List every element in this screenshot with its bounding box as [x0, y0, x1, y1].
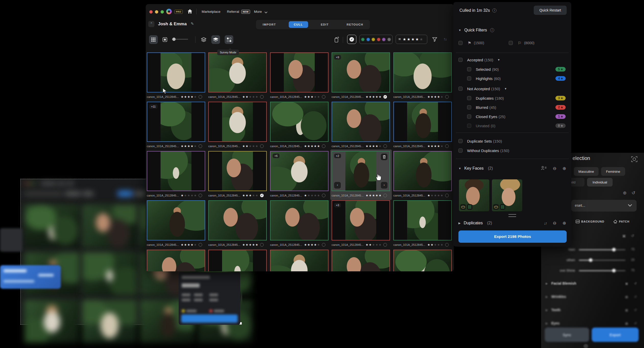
color-label-circle[interactable]	[260, 144, 264, 148]
rating-star[interactable]: ★	[242, 144, 245, 148]
zoom-in-icon[interactable]: ⊕	[563, 166, 566, 171]
color-label-circle[interactable]	[322, 243, 325, 247]
photo-thumbnail[interactable]	[393, 200, 452, 240]
photo-thumbnail[interactable]	[208, 52, 267, 92]
rating-star[interactable]: ★	[366, 194, 368, 197]
prev-arrow-button[interactable]: ‹	[334, 182, 341, 189]
rating-star[interactable]: ★	[255, 95, 258, 99]
photo-thumbnail[interactable]	[147, 200, 205, 240]
rating-star[interactable]: ★	[427, 144, 430, 148]
rating-star[interactable]: ★	[375, 243, 378, 247]
rating-star[interactable]: ★	[314, 243, 317, 247]
rating-star[interactable]: ★	[437, 194, 440, 197]
rating-star[interactable]: ★	[184, 243, 187, 247]
color-label-circle[interactable]	[322, 144, 325, 148]
filter-star[interactable]: ★	[407, 37, 410, 41]
color-label-circle[interactable]	[322, 95, 325, 99]
rating-star[interactable]: ★	[181, 144, 184, 148]
rating-star[interactable]: ★	[431, 144, 433, 148]
rating-star[interactable]: ★	[304, 194, 307, 197]
rating-star[interactable]: ★	[242, 243, 245, 247]
retouch-export-button[interactable]: Export	[592, 328, 639, 342]
quick-restart-button[interactable]: Quick Restart	[534, 6, 567, 15]
photo-cell[interactable]	[332, 250, 390, 271]
rating-star[interactable]: ★	[379, 243, 381, 247]
color-label-circle[interactable]	[260, 95, 264, 99]
photo-cell[interactable]: canon_101A_2512845...★★★★★	[270, 52, 329, 99]
photo-cell[interactable]: canon_101A_2512845...★★★★★	[270, 102, 329, 148]
slider-knob[interactable]	[612, 248, 616, 251]
rating-star[interactable]: ★	[440, 144, 443, 148]
checkbox[interactable]	[467, 105, 471, 109]
sync-button[interactable]: Sync	[545, 328, 589, 342]
rating-star[interactable]: ★	[311, 194, 313, 197]
checkbox[interactable]	[467, 76, 471, 80]
rating-star[interactable]: ★	[181, 194, 184, 197]
window-controls[interactable]	[149, 10, 164, 14]
checkbox[interactable]	[458, 148, 463, 153]
rating-star[interactable]: ★	[184, 194, 187, 197]
flag-unpicked-checkbox[interactable]	[509, 41, 513, 45]
photo-cell[interactable]: canon_101A_2512845...★★★★★	[393, 52, 452, 99]
color-label-circle[interactable]	[445, 95, 449, 99]
rating-star[interactable]: ★	[379, 194, 381, 197]
color-dot[interactable]	[366, 38, 370, 41]
rating-star[interactable]: ★	[249, 144, 252, 148]
filter-star[interactable]: ★	[420, 37, 423, 41]
rating-star[interactable]: ★	[311, 144, 313, 148]
color-label-circle[interactable]	[383, 144, 387, 148]
rating-star[interactable]: ★	[246, 194, 248, 197]
rating-star[interactable]: ★	[375, 95, 378, 99]
rating-star[interactable]: ★	[379, 144, 381, 148]
rating-star[interactable]: ★	[366, 95, 368, 99]
checkbox[interactable]	[458, 58, 463, 62]
rating-star[interactable]: ★	[252, 243, 255, 247]
rating-star[interactable]: ★	[191, 144, 193, 148]
photo-cell[interactable]: +3canon_101A_2512845...★★★★★	[332, 200, 390, 247]
rating-star[interactable]: ★	[437, 243, 440, 247]
rating-star[interactable]: ★	[372, 194, 375, 197]
zoom-out-icon[interactable]: ⊖	[553, 221, 556, 226]
checked-filter-button[interactable]: ✓	[347, 35, 356, 44]
export-photos-button[interactable]: Export 2198 Photos	[458, 230, 567, 243]
flatten-view-button[interactable]	[211, 35, 220, 44]
photo-cell[interactable]	[270, 250, 329, 271]
rating-star[interactable]: ★	[191, 194, 193, 197]
mask-icon[interactable]: ▣	[625, 282, 628, 285]
rating-star[interactable]: ★	[307, 194, 310, 197]
photo-cell[interactable]	[147, 250, 205, 271]
rating-star[interactable]: ★	[440, 194, 443, 197]
panel-drag-handle[interactable]	[508, 214, 516, 217]
slider-knob[interactable]	[612, 269, 616, 272]
rating-star[interactable]: ★	[369, 243, 372, 247]
photo-thumbnail[interactable]: +6	[270, 151, 329, 191]
rating-star[interactable]: ★	[242, 95, 245, 99]
feminine-button[interactable]: Feminine	[601, 167, 625, 176]
checkbox[interactable]	[458, 139, 463, 143]
rating-star[interactable]: ★	[187, 144, 190, 148]
selected-check-icon[interactable]: ✓	[260, 194, 264, 197]
filter-star[interactable]: ★	[411, 37, 415, 41]
key-face-thumb[interactable]	[492, 179, 522, 211]
photo-cell[interactable]: canon_101A_2512845...★★★★★	[393, 102, 452, 148]
rating-star[interactable]: ★	[304, 144, 307, 148]
slider-track[interactable]	[579, 260, 625, 261]
undo-icon[interactable]: ↺	[634, 308, 637, 312]
photo-thumbnail[interactable]	[208, 250, 267, 271]
photo-thumbnail[interactable]: +11	[147, 102, 205, 142]
rating-star[interactable]: ★	[437, 95, 440, 99]
rating-star[interactable]: ★	[194, 243, 197, 247]
rating-star[interactable]: ★	[314, 144, 317, 148]
rating-star[interactable]: ★	[181, 95, 184, 99]
rating-star[interactable]: ★	[434, 194, 437, 197]
retouch-section-teeth[interactable]: ▶ Teeth ▣ ↺	[541, 307, 644, 313]
checkbox[interactable]	[467, 96, 471, 100]
photo-thumbnail[interactable]	[270, 200, 329, 240]
rating-star[interactable]: ★	[194, 194, 197, 197]
photo-thumbnail[interactable]	[332, 250, 390, 271]
undo-icon[interactable]: ↺	[634, 295, 637, 299]
photo-thumbnail[interactable]	[147, 52, 205, 92]
menu-referral[interactable]: Referral	[227, 10, 239, 14]
rating-star[interactable]: ★	[304, 243, 307, 247]
color-label-circle[interactable]	[260, 243, 264, 247]
